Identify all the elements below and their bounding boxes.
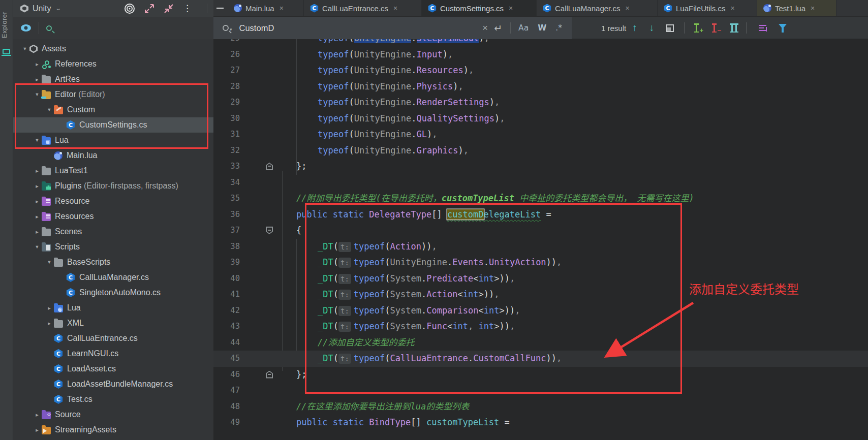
code-line-44[interactable]: 44//添加自定义类型的委托 xyxy=(213,335,868,351)
chevron-expanded-icon[interactable]: ▸ xyxy=(46,105,53,114)
close-tab-icon[interactable]: × xyxy=(731,4,735,12)
more-options-icon[interactable]: ⋮ xyxy=(183,3,192,14)
add-selection-icon[interactable]: + xyxy=(694,23,701,33)
code-line-46[interactable]: 46}; xyxy=(213,367,868,383)
tree-item-scenes[interactable]: ▸Scenes xyxy=(13,224,213,239)
chevron-expanded-icon[interactable]: ▸ xyxy=(46,258,53,267)
next-occurrence-icon[interactable]: ↓ xyxy=(643,22,661,34)
tab-test1-lua[interactable]: Test1.lua× xyxy=(757,0,836,16)
chevron-collapsed-icon[interactable]: ▸ xyxy=(33,168,42,174)
code-line-43[interactable]: 43_DT(t:typeof(System.Func<int, int>)), xyxy=(213,319,868,335)
tree-item-source[interactable]: ▸Source xyxy=(13,407,213,422)
code-line-42[interactable]: 42_DT(t:typeof(System.Comparison<int>)), xyxy=(213,303,868,319)
tree-item-assets[interactable]: ▸Assets xyxy=(13,41,213,56)
chevron-collapsed-icon[interactable]: ▸ xyxy=(45,320,54,327)
code-line-29[interactable]: 29typeof(UnityEngine.RenderSettings), xyxy=(213,95,868,111)
code-line-28[interactable]: 28typeof(UnityEngine.Physics), xyxy=(213,79,868,95)
tab-customsettings-cs[interactable]: CCustomSettings.cs× xyxy=(422,0,537,16)
code-line-34[interactable]: 34 xyxy=(213,175,868,191)
chevron-collapsed-icon[interactable]: ▸ xyxy=(33,198,42,205)
select-all-occurrences-icon[interactable] xyxy=(729,23,737,33)
code-line-33[interactable]: 33}; xyxy=(213,159,868,175)
code-line-39[interactable]: 39_DT(t:typeof(UnityEngine.Events.UnityA… xyxy=(213,255,868,271)
code-line-36[interactable]: 36public static DelegateType[] customDel… xyxy=(213,207,868,223)
code-line-31[interactable]: 31typeof(UnityEngine.GL), xyxy=(213,127,868,143)
tree-item-learnngui-cs[interactable]: CLearnNGUI.cs xyxy=(13,346,213,361)
code-editor[interactable]: 25typeof(UnityEngine.SleepTimeout),26typ… xyxy=(213,39,868,440)
code-line-25[interactable]: 25typeof(UnityEngine.SleepTimeout), xyxy=(213,39,868,47)
match-case-toggle[interactable]: Aa xyxy=(514,23,533,33)
close-tab-icon[interactable]: × xyxy=(811,4,815,12)
code-line-45[interactable]: 45_DT(t:typeof(CallLuaEntrance.CustomCal… xyxy=(213,351,868,367)
tree-item-customsettings-cs[interactable]: CCustomSettings.cs xyxy=(13,117,213,133)
tree-item-plugins[interactable]: ▸Plugins (Editor-firstpass, firstpass) xyxy=(13,178,213,194)
tree-item-streamingassets[interactable]: ▸StreamingAssets xyxy=(13,422,213,437)
chevron-expanded-icon[interactable]: ▸ xyxy=(34,90,41,99)
tree-item-editor[interactable]: ▸Editor (Editor) xyxy=(13,87,213,102)
tree-item-luatest1[interactable]: ▸LuaTest1 xyxy=(13,163,213,178)
regex-toggle[interactable]: .* xyxy=(551,23,567,33)
tab-callluaentrance-cs[interactable]: CCallLuaEntrance.cs× xyxy=(304,0,422,16)
clear-search-icon[interactable]: × xyxy=(477,22,493,34)
fold-marker-icon[interactable] xyxy=(266,227,273,234)
chevron-expanded-icon[interactable]: ▸ xyxy=(34,136,41,145)
chevron-expanded-icon[interactable]: ▸ xyxy=(34,242,41,252)
code-line-27[interactable]: 27typeof(UnityEngine.Resources), xyxy=(213,62,868,79)
search-input[interactable]: ▾ CustomD × ↵ Aa W .* xyxy=(213,17,572,39)
target-icon[interactable] xyxy=(124,3,135,14)
code-line-30[interactable]: 30typeof(UnityEngine.QualitySettings), xyxy=(213,111,868,127)
filter-search-results-icon[interactable] xyxy=(759,25,766,32)
tree-item-loadassetbundlemanager-cs[interactable]: CLoadAssetBundleManager.cs xyxy=(13,376,213,392)
code-line-47[interactable]: 47 xyxy=(213,383,868,399)
expand-icon[interactable] xyxy=(144,4,154,14)
explorer-stripe-label[interactable]: Explorer xyxy=(1,3,13,47)
hide-window-icon[interactable] xyxy=(216,8,224,9)
remove-selection-icon[interactable]: − xyxy=(711,23,719,33)
chevron-collapsed-icon[interactable]: ▸ xyxy=(33,61,42,68)
tree-item-basescripts[interactable]: ▸BaseScripts xyxy=(13,255,213,270)
tab-luafileutils-cs[interactable]: CLuaFileUtils.cs× xyxy=(658,0,757,16)
words-toggle[interactable]: W xyxy=(533,23,551,33)
run-config-selector[interactable]: Unity xyxy=(33,4,51,13)
search-filter-icon[interactable] xyxy=(779,24,787,29)
chevron-collapsed-icon[interactable]: ▸ xyxy=(33,213,42,220)
code-line-37[interactable]: 37{ xyxy=(213,223,868,239)
collapse-icon[interactable] xyxy=(164,4,174,14)
code-line-48[interactable]: 48//在这里添加你要导出注册到lua的类型列表 xyxy=(213,399,868,415)
chevron-collapsed-icon[interactable]: ▸ xyxy=(33,412,42,418)
fold-marker-icon[interactable] xyxy=(266,163,273,170)
tree-item-custom[interactable]: ▸Custom xyxy=(13,102,213,117)
chevron-collapsed-icon[interactable]: ▸ xyxy=(33,76,42,83)
chevron-collapsed-icon[interactable]: ▸ xyxy=(33,229,42,235)
chevron-collapsed-icon[interactable]: ▸ xyxy=(45,305,54,311)
tree-item-resources[interactable]: ▸Resources xyxy=(13,209,213,224)
code-line-35[interactable]: 35//附加导出委托类型(在导出委托时，customTypeList 中牵扯的委… xyxy=(213,191,868,207)
tree-item-resource[interactable]: ▸Resource xyxy=(13,194,213,209)
unity-explorer-icon[interactable] xyxy=(3,49,10,54)
tree-item-artres[interactable]: ▸ArtRes xyxy=(13,72,213,87)
close-tab-icon[interactable]: × xyxy=(625,4,629,12)
always-select-opened-file-icon[interactable] xyxy=(20,24,32,32)
code-line-26[interactable]: 26typeof(UnityEngine.Input), xyxy=(213,47,868,63)
new-line-icon[interactable]: ↵ xyxy=(493,22,507,34)
tab-callluamanager-cs[interactable]: CCallLuaManager.cs× xyxy=(537,0,658,16)
tree-item-references[interactable]: ▸References xyxy=(13,56,213,72)
tree-item-test-cs[interactable]: CTest.cs xyxy=(13,392,213,407)
tab-main-lua[interactable]: Main.lua× xyxy=(228,0,304,16)
close-tab-icon[interactable]: × xyxy=(393,4,397,12)
tree-item-lua[interactable]: ▸Lua xyxy=(13,300,213,316)
tree-item-lua[interactable]: ▸Lua xyxy=(13,133,213,148)
tree-item-main-lua[interactable]: Main.lua xyxy=(13,148,213,163)
code-line-38[interactable]: 38_DT(t:typeof(Action)), xyxy=(213,239,868,255)
tree-item-loadasset-cs[interactable]: CLoadAsset.cs xyxy=(13,361,213,376)
tree-item-singletonautomono-cs[interactable]: CSingletonAutoMono.cs xyxy=(13,285,213,300)
tree-item-callluamanager-cs[interactable]: CCallLuaManager.cs xyxy=(13,270,213,285)
search-everywhere-icon[interactable] xyxy=(46,25,52,31)
chevron-expanded-icon[interactable]: ▸ xyxy=(22,44,28,53)
code-line-32[interactable]: 32typeof(UnityEngine.Graphics), xyxy=(213,143,868,159)
close-tab-icon[interactable]: × xyxy=(280,4,284,12)
close-tab-icon[interactable]: × xyxy=(509,4,513,12)
tree-item-callluaentrance-cs[interactable]: CCallLuaEntrance.cs xyxy=(13,331,213,346)
search-query-text[interactable]: CustomD xyxy=(239,23,478,33)
code-line-49[interactable]: 49public static BindType[] customTypeLis… xyxy=(213,415,868,431)
